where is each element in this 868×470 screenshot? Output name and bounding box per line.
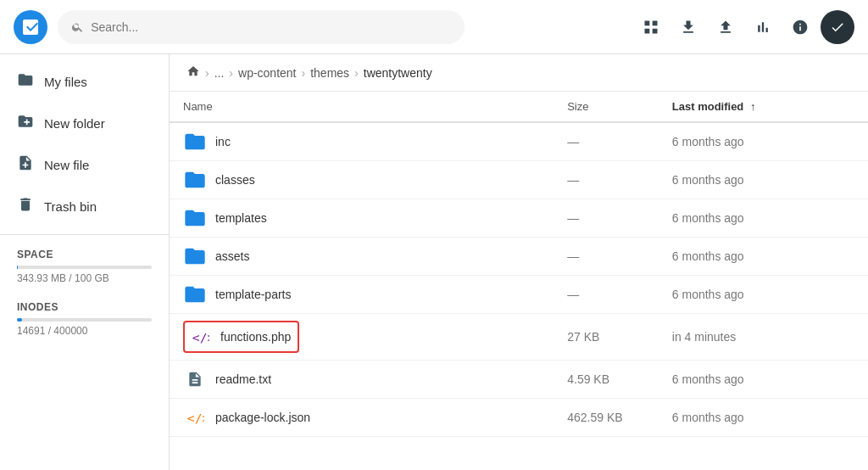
sidebar: My files New folder New file Trash bin S… [0,54,170,470]
table-row[interactable]: templates — 6 months ago [170,199,868,238]
table-row[interactable]: template-parts — 6 months ago [170,276,868,314]
inodes-bar-background [17,318,152,322]
file-name-cell: </> package-lock.json [183,406,540,429]
sidebar-item-trash-label: Trash bin [44,199,97,214]
grid-view-button[interactable] [634,10,668,44]
file-modified: 6 months ago [659,238,868,276]
sort-arrow: ↑ [750,100,756,113]
inodes-bar-fill [17,318,22,322]
space-text: 343.93 MB / 100 GB [17,272,152,284]
file-size: 462.59 KB [554,399,659,437]
file-name-td: classes [170,161,554,199]
space-info: 343.93 MB / 100 GB [0,262,169,294]
table-row[interactable]: </> package-lock.json 462.59 KB 6 months… [170,399,868,437]
breadcrumb: › ... › wp-content › themes › twentytwen… [170,54,868,92]
file-name-td: </> package-lock.json [170,399,554,437]
table-row[interactable]: readme.txt 4.59 KB 6 months ago [170,361,868,399]
file-modified: 6 months ago [659,361,868,399]
file-name-cell: assets [183,244,540,268]
table-header-row: Name Size Last modified ↑ [170,92,868,122]
confirm-button[interactable] [821,10,854,44]
file-name: template-parts [215,288,291,301]
upload-button[interactable] [709,10,743,44]
col-header-name[interactable]: Name [170,92,554,122]
search-bar[interactable] [58,10,465,44]
home-icon[interactable] [186,64,200,81]
table-row[interactable]: </> functions.php 27 KB in 4 minutes [170,314,868,361]
svg-text:</>: </> [187,411,204,425]
file-name: readme.txt [215,372,271,386]
sidebar-item-new-folder[interactable]: New folder [0,103,169,144]
inodes-section-title: Inodes [0,294,169,315]
file-modified: 6 months ago [659,161,868,199]
file-name: assets [215,249,249,263]
sidebar-divider-1 [0,234,169,235]
file-name: functions.php [220,330,291,344]
folder-icon [183,283,207,306]
sidebar-item-new-file[interactable]: New file [0,144,169,186]
main-content: › ... › wp-content › themes › twentytwen… [170,54,868,470]
trash-icon [17,196,34,217]
info-icon [792,19,809,36]
table-row[interactable]: assets — 6 months ago [170,238,868,276]
add-folder-icon [17,113,34,134]
space-section-title: Space [0,242,169,262]
grid-icon [643,19,659,36]
file-table-wrapper: Name Size Last modified ↑ [170,92,868,470]
file-size: — [554,199,659,238]
file-size: — [554,122,659,161]
folder-icon [183,244,207,268]
info-button[interactable] [783,10,817,44]
file-size: — [554,161,659,199]
folder-icon [183,168,207,192]
add-file-icon [17,154,34,176]
file-modified: 6 months ago [659,399,868,437]
sidebar-item-my-files[interactable]: My files [0,61,169,103]
highlighted-file-name: </> functions.php [183,321,299,353]
file-modified: 6 months ago [659,276,868,314]
sidebar-item-new-folder-label: New folder [44,116,105,131]
breadcrumb-sep-2: › [302,66,306,80]
file-name-td: </> functions.php [170,314,554,361]
sidebar-item-my-files-label: My files [44,75,87,89]
breadcrumb-ellipsis[interactable]: ... [214,66,225,80]
file-name-cell: templates [183,206,540,230]
file-table-body: inc — 6 months ago classes — 6 months ag… [170,122,868,437]
file-name-td: templates [170,199,554,238]
table-row[interactable]: classes — 6 months ago [170,161,868,199]
code-file-icon: </> [188,325,212,349]
table-row[interactable]: inc — 6 months ago [170,122,868,161]
file-name-cell: readme.txt [183,367,540,391]
col-header-size[interactable]: Size [554,92,659,122]
file-name: classes [215,173,255,187]
col-header-modified[interactable]: Last modified ↑ [659,92,868,122]
file-name-cell: template-parts [183,283,540,306]
svg-text:</>: </> [192,330,209,344]
folder-icon [183,206,207,230]
stats-button[interactable] [746,10,780,44]
app-layout: My files New folder New file Trash bin S… [0,54,868,470]
file-name: inc [215,135,231,148]
file-size: 4.59 KB [554,361,659,399]
text-file-icon [183,367,207,391]
file-size: 27 KB [554,314,659,361]
chart-icon [754,19,771,36]
breadcrumb-themes[interactable]: themes [310,66,349,80]
file-name: templates [215,211,267,225]
breadcrumb-current: twentytwenty [364,66,432,80]
search-input[interactable] [91,20,451,34]
inodes-text: 14691 / 400000 [17,325,152,337]
file-size: — [554,276,659,314]
folder-icon [17,71,34,92]
sidebar-item-new-file-label: New file [44,158,89,172]
breadcrumb-wp-content[interactable]: wp-content [238,66,296,80]
breadcrumb-sep-0: › [205,66,209,80]
sidebar-item-trash-bin[interactable]: Trash bin [0,186,169,227]
file-modified: 6 months ago [659,199,868,238]
app-logo[interactable] [14,10,47,44]
download-button[interactable] [671,10,705,44]
file-name: package-lock.json [215,411,310,424]
breadcrumb-sep-1: › [229,66,233,80]
file-name-cell: inc [183,130,540,154]
logo-icon [20,17,41,37]
